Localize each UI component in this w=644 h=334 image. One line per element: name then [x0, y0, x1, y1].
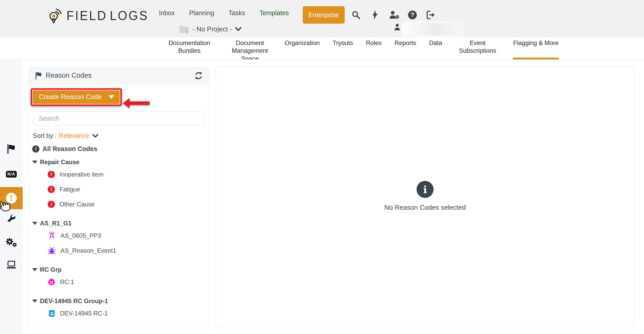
gears-icon: [6, 237, 17, 248]
main-nav: Inbox Planning Tasks Templates: [159, 9, 289, 17]
module-tab-bar: Documentation Bundles Document Managemen…: [0, 37, 644, 60]
exclamation-circle-icon: !: [48, 186, 55, 193]
rail-divider: [4, 230, 19, 230]
tab-roles[interactable]: Roles: [366, 39, 382, 60]
empty-state-message: No Reason Codes selected: [384, 204, 466, 212]
collapse-triangle-icon: [32, 300, 37, 303]
rail-item-settings[interactable]: [0, 237, 23, 248]
laptop-icon: [6, 260, 16, 269]
create-reason-code-button[interactable]: Create Reason Code: [33, 90, 120, 104]
nav-item-templates[interactable]: Templates: [259, 9, 289, 17]
collapse-triangle-icon: [32, 268, 37, 271]
rail-divider: [4, 253, 19, 253]
tab-event-subscriptions[interactable]: Event Subscriptions: [455, 39, 500, 60]
help-icon[interactable]: ?: [408, 11, 417, 19]
flag-icon: [6, 144, 16, 154]
nav-item-inbox[interactable]: Inbox: [159, 9, 175, 17]
project-selector[interactable]: - No Project -: [179, 24, 242, 34]
info-circle-icon: i: [417, 181, 434, 198]
side-rail: N/A !: [0, 60, 23, 334]
sort-control: Sort by : Relevance: [33, 132, 209, 139]
tab-document-management-space[interactable]: Document Management Space: [228, 39, 272, 60]
tree-group-as-r1-g1[interactable]: AS_R1_G1: [32, 218, 209, 228]
broadcast-tower-icon: [48, 232, 56, 240]
angry-face-icon: [48, 278, 55, 286]
annotation-red-box: Create Reason Code: [31, 88, 122, 106]
brand-logo[interactable]: FIELDLOGS: [48, 7, 149, 24]
reason-codes-panel-header: Reason Codes: [29, 67, 209, 84]
item-label: DEV-14945 RC-1: [60, 310, 108, 317]
bug-icon: [48, 247, 56, 255]
rail-divider: [4, 164, 19, 164]
app-root: FIELDLOGS Inbox Planning Tasks Templates…: [0, 0, 644, 334]
header-icon-row: ?: [351, 10, 436, 20]
enterprise-button[interactable]: Enterprise: [303, 6, 345, 24]
wrench-icon: [6, 214, 16, 224]
create-reason-code-area: Create Reason Code: [31, 88, 122, 106]
exclamation-circle-icon: !: [48, 201, 55, 208]
flag-icon: [35, 72, 43, 80]
na-icon: N/A: [6, 171, 17, 178]
rail-item-na[interactable]: N/A: [0, 171, 23, 178]
item-label: Fatigue: [60, 186, 80, 193]
tree-group-repair-cause[interactable]: Repair Cause: [32, 157, 209, 167]
chevron-down-icon: [235, 27, 242, 32]
create-reason-code-label: Create Reason Code: [39, 93, 102, 101]
user-gear-icon[interactable]: [389, 10, 399, 20]
empty-state: i No Reason Codes selected: [216, 181, 634, 212]
reason-codes-tree: Repair Cause ! Inoperative item ! Fatigu…: [29, 157, 209, 321]
refresh-icon[interactable]: [194, 71, 203, 80]
user-name-redacted: [403, 23, 462, 36]
user-chip[interactable]: [394, 23, 462, 36]
tab-reports[interactable]: Reports: [395, 39, 416, 60]
tab-tryouts[interactable]: Tryouts: [333, 39, 353, 60]
tree-group-dev-14945-rc-group-1[interactable]: DEV-14945 RC Group-1: [32, 296, 209, 306]
reason-codes-panel: Reason Codes Create Reason Code: [29, 67, 209, 328]
tab-data[interactable]: Data: [429, 39, 442, 60]
top-header: FIELDLOGS Inbox Planning Tasks Templates…: [0, 0, 644, 37]
tree-item-as-reason-event1[interactable]: AS_Reason_Event1: [48, 243, 209, 258]
group-label: Repair Cause: [40, 159, 79, 166]
tree-group-rc-grp[interactable]: RC Grp: [32, 265, 209, 275]
annotation-arrow: [123, 98, 156, 108]
tree-item-as-0605-pp3[interactable]: AS_0605_PP3: [48, 228, 209, 243]
search-input[interactable]: [33, 112, 205, 125]
tab-organization[interactable]: Organization: [285, 39, 320, 60]
tree-item-dev-14945-rc-1[interactable]: DEV-14945 RC-1: [48, 306, 209, 321]
nav-item-tasks[interactable]: Tasks: [228, 9, 245, 17]
search-icon[interactable]: [351, 10, 361, 20]
tab-flagging-more[interactable]: Flagging & More: [513, 39, 559, 60]
sign-out-icon[interactable]: [426, 10, 436, 20]
address-book-icon: [48, 310, 55, 317]
rail-item-devices[interactable]: [0, 260, 23, 269]
all-reason-codes-row[interactable]: ! All Reason Codes: [32, 145, 209, 153]
chevron-down-icon[interactable]: [92, 134, 98, 138]
exclamation-circle-icon: !: [32, 145, 39, 153]
tree-item-rc-1[interactable]: RC:1: [48, 275, 209, 289]
brand-wordmark: FIELDLOGS: [66, 8, 149, 23]
sort-label: Sort by :: [33, 132, 57, 139]
bolt-icon[interactable]: [370, 10, 380, 20]
group-label: AS_R1_G1: [40, 220, 72, 227]
collapse-triangle-icon: [32, 161, 37, 164]
tree-item-other-cause[interactable]: ! Other Cause: [48, 197, 209, 212]
item-label: Inoperative item: [60, 171, 104, 178]
tab-documentation-bundles[interactable]: Documentation Bundles: [164, 39, 215, 60]
project-selector-label: - No Project -: [192, 25, 232, 33]
reason-code-detail-panel: i No Reason Codes selected: [216, 66, 634, 328]
tree-item-inoperative-item[interactable]: ! Inoperative item: [48, 167, 209, 182]
all-reason-codes-label: All Reason Codes: [43, 145, 97, 153]
mouse-cursor-hand: [0, 199, 10, 214]
caret-down-icon: [108, 95, 114, 99]
rail-item-flags[interactable]: [0, 144, 23, 154]
item-label: AS_0605_PP3: [61, 232, 101, 239]
sort-value[interactable]: Relevance: [59, 132, 89, 139]
tree-item-fatigue[interactable]: ! Fatigue: [48, 182, 209, 197]
group-label: RC Grp: [40, 266, 62, 273]
panel-title: Reason Codes: [46, 72, 92, 80]
rail-item-tools[interactable]: [0, 214, 23, 224]
item-label: Other Cause: [60, 201, 95, 208]
item-label: RC:1: [60, 278, 74, 286]
user-icon: [394, 23, 401, 31]
nav-item-planning[interactable]: Planning: [189, 9, 214, 17]
